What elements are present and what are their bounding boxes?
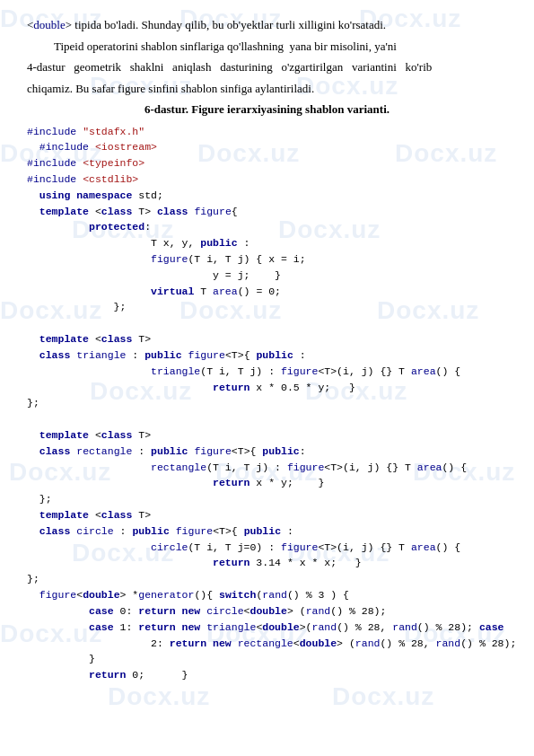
code-block: #include "stdafx.h" #include <iostream> … — [27, 124, 507, 683]
page-content: <double> tipida bo'ladi. Shunday qilib, … — [27, 16, 507, 683]
paragraph-3: 4-dastur geometrik shaklni aniqlash dast… — [27, 58, 507, 76]
paragraph-5: 6-dastur. Figure ierarxiyasining shablon… — [27, 101, 507, 119]
paragraph-1: <double> tipida bo'ladi. Shunday qilib, … — [27, 16, 507, 34]
paragraph-4: chiqamiz. Bu safar figure sinfini shablo… — [27, 80, 507, 98]
paragraph-2: Tipeid operatorini shablon sinflariga qo… — [27, 38, 507, 56]
